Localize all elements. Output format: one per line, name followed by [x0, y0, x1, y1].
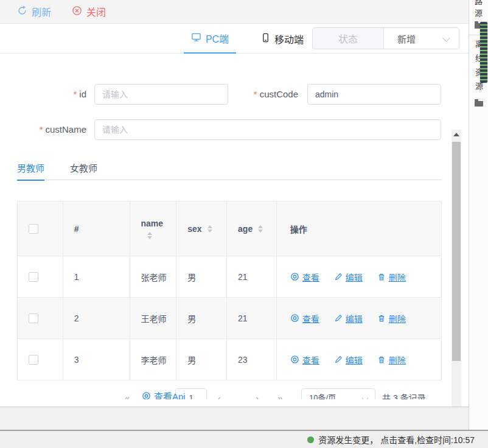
status-action-group: 状态 新增	[312, 27, 459, 49]
view-button[interactable]: 查看	[290, 354, 319, 366]
select-all-checkbox[interactable]	[29, 224, 38, 234]
mobile-icon	[261, 33, 270, 45]
pagination-prev[interactable]: ‹	[218, 388, 221, 399]
custname-input[interactable]	[94, 119, 441, 140]
table-row: 2 王老师 男 21 查看 编辑 删除	[18, 298, 441, 339]
id-input[interactable]	[94, 84, 228, 105]
teacher-table: # name sex age 操作	[17, 201, 442, 380]
tab-pc-label: PC端	[206, 31, 229, 46]
cell-index: 3	[63, 339, 130, 380]
pagination-first[interactable]: «	[125, 388, 130, 399]
scroll-up-button[interactable]	[451, 130, 461, 139]
trash-icon	[377, 273, 386, 281]
custcode-input[interactable]	[307, 84, 441, 105]
cell-index: 2	[63, 298, 130, 339]
tab-mobile[interactable]: 移动端	[253, 24, 312, 54]
sort-carets-name[interactable]	[147, 232, 152, 239]
cell-sex: 男	[176, 339, 227, 380]
sort-carets-sex[interactable]	[207, 225, 212, 233]
cell-operations: 查看 编辑 删除	[277, 339, 441, 380]
page-size-select[interactable]: 10条/页	[301, 388, 375, 399]
pencil-icon	[334, 273, 343, 281]
custcode-label: *custCode	[231, 84, 298, 105]
custname-label: *custName	[0, 119, 86, 140]
sidebar-item-resource-partial: 路	[469, 0, 488, 5]
bottom-panel	[0, 407, 488, 430]
delete-button[interactable]: 删除	[377, 354, 406, 366]
status-dot-icon	[307, 436, 314, 443]
cell-sex: 男	[176, 298, 227, 339]
toolbar: 刷新 关闭	[0, 0, 469, 24]
eye-icon	[290, 272, 299, 281]
required-marker: *	[40, 124, 43, 135]
cell-name: 张老师	[130, 256, 177, 298]
sidebar-item-resource-label[interactable]: 源	[475, 7, 483, 18]
refresh-button[interactable]: 刷新	[17, 4, 51, 19]
header-sex: sex	[176, 201, 227, 256]
chevron-down-icon	[361, 394, 368, 399]
header-name: name	[130, 201, 177, 256]
action-select-value: 新增	[397, 32, 416, 45]
scroll-viewport: *id *custCode *custName 男教师 女教师 #	[0, 54, 451, 399]
status-addon-label: 状态	[313, 28, 384, 49]
row-checkbox[interactable]	[29, 355, 38, 365]
delete-button[interactable]: 删除	[377, 271, 406, 283]
edit-button[interactable]: 编辑	[334, 354, 363, 366]
pagination-total: 共 3 条记录	[382, 388, 426, 399]
status-bar: 资源发生变更， 点击查看,检查时间:10:57	[0, 430, 488, 448]
close-label: 关闭	[86, 4, 106, 19]
triangle-up-icon	[453, 133, 459, 136]
edit-button[interactable]: 编辑	[334, 271, 363, 283]
header-checkbox-cell	[18, 201, 63, 256]
device-tabbar: PC端 移动端 状态 新增	[0, 24, 469, 54]
pencil-icon	[334, 355, 343, 364]
cell-name: 李老师	[130, 339, 177, 380]
row-checkbox[interactable]	[29, 313, 38, 323]
monitor-icon	[191, 32, 201, 44]
cell-sex: 男	[176, 256, 227, 298]
pagination-last[interactable]: »	[277, 388, 282, 399]
close-circle-icon	[72, 5, 82, 18]
cell-age: 23	[227, 339, 277, 380]
tab-mobile-label: 移动端	[274, 32, 304, 46]
eye-icon	[290, 355, 299, 364]
eye-icon	[142, 391, 151, 399]
main-content: *id *custCode *custName 男教师 女教师 #	[0, 54, 469, 407]
minimap-thumbnail[interactable]	[480, 22, 487, 83]
trash-icon	[377, 355, 386, 364]
sort-carets-age[interactable]	[258, 225, 263, 233]
delete-button[interactable]: 删除	[377, 312, 406, 324]
required-marker: *	[73, 89, 77, 99]
pencil-icon	[334, 314, 343, 323]
view-button[interactable]: 查看	[290, 312, 319, 324]
view-api-button[interactable]: 查看Api	[142, 390, 186, 399]
action-select[interactable]: 新增	[384, 28, 459, 49]
tab-female-teacher[interactable]: 女教师	[70, 155, 97, 180]
pagination-next[interactable]: ›	[256, 388, 259, 399]
status-message[interactable]: 资源发生变更， 点击查看,检查时间:10:57	[318, 433, 475, 446]
vertical-scrollbar[interactable]	[451, 130, 461, 448]
row-checkbox[interactable]	[29, 272, 38, 282]
refresh-icon	[17, 5, 27, 18]
chevron-down-icon	[442, 34, 450, 42]
id-label: *id	[0, 84, 86, 105]
required-marker: *	[254, 89, 257, 99]
folder-icon[interactable]	[475, 101, 483, 107]
header-index: #	[63, 201, 130, 256]
table-header-row: # name sex age 操作	[18, 201, 441, 256]
view-button[interactable]: 查看	[290, 271, 319, 283]
cell-name: 王老师	[130, 298, 177, 339]
table-row: 3 李老师 男 23 查看 编辑 删除	[18, 339, 441, 380]
trash-icon	[377, 314, 386, 323]
close-button[interactable]: 关闭	[72, 4, 106, 19]
cell-operations: 查看 编辑 删除	[277, 298, 441, 339]
tab-male-teacher[interactable]: 男教师	[17, 155, 44, 180]
cell-operations: 查看 编辑 删除	[277, 256, 441, 298]
cell-age: 21	[227, 256, 277, 298]
cell-age: 21	[227, 298, 277, 339]
teacher-tabs: 男教师 女教师	[17, 155, 442, 180]
scrollbar-thumb[interactable]	[452, 142, 461, 361]
edit-button[interactable]: 编辑	[334, 312, 363, 324]
tab-pc[interactable]: PC端	[184, 24, 236, 54]
table-row: 1 张老师 男 21 查看 编辑 删除	[18, 256, 441, 298]
